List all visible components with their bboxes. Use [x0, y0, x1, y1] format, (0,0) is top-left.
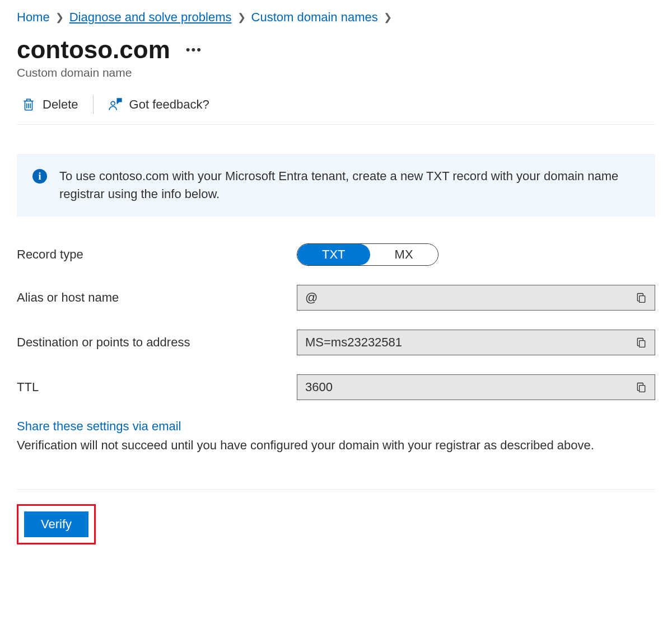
- copy-icon[interactable]: [636, 292, 647, 303]
- page-subtitle: Custom domain name: [17, 66, 655, 79]
- destination-value: MS=ms23232581: [305, 335, 402, 350]
- toolbar-separator: [93, 95, 94, 114]
- trash-icon: [21, 97, 36, 112]
- copy-icon[interactable]: [636, 337, 647, 348]
- chevron-right-icon: ❯: [55, 11, 64, 24]
- verify-highlight: Verify: [17, 504, 96, 544]
- alias-label: Alias or host name: [17, 290, 297, 305]
- breadcrumb-diagnose[interactable]: Diagnose and solve problems: [69, 10, 232, 25]
- record-type-mx[interactable]: MX: [370, 244, 438, 265]
- breadcrumb-home[interactable]: Home: [17, 10, 50, 25]
- destination-label: Destination or points to address: [17, 335, 297, 350]
- footer: Verify: [17, 489, 655, 544]
- svg-rect-4: [640, 385, 645, 392]
- delete-label: Delete: [43, 97, 78, 112]
- record-type-row: Record type TXT MX: [17, 243, 655, 266]
- destination-field: MS=ms23232581: [297, 330, 655, 355]
- toolbar: Delete Got feedback?: [17, 95, 655, 125]
- delete-button[interactable]: Delete: [17, 95, 83, 114]
- page-title: contoso.com: [17, 36, 170, 64]
- info-icon: i: [32, 169, 47, 184]
- svg-rect-3: [640, 340, 645, 347]
- alias-row: Alias or host name @: [17, 285, 655, 311]
- verify-note: Verification will not succeed until you …: [17, 437, 655, 454]
- ttl-label: TTL: [17, 380, 297, 394]
- info-text: To use contoso.com with your Microsoft E…: [59, 167, 640, 203]
- breadcrumb: Home ❯ Diagnose and solve problems ❯ Cus…: [17, 10, 655, 25]
- more-icon[interactable]: •••: [186, 43, 202, 57]
- record-type-toggle[interactable]: TXT MX: [297, 243, 438, 266]
- feedback-button[interactable]: Got feedback?: [104, 95, 214, 114]
- ttl-row: TTL 3600: [17, 374, 655, 400]
- verify-button[interactable]: Verify: [24, 511, 88, 537]
- info-banner: i To use contoso.com with your Microsoft…: [17, 154, 655, 217]
- ttl-value: 3600: [305, 380, 333, 394]
- breadcrumb-custom-domains[interactable]: Custom domain names: [251, 10, 378, 25]
- alias-value: @: [305, 290, 318, 305]
- alias-field: @: [297, 285, 655, 311]
- feedback-label: Got feedback?: [129, 97, 209, 112]
- svg-rect-2: [640, 295, 645, 302]
- destination-row: Destination or points to address MS=ms23…: [17, 330, 655, 355]
- person-feedback-icon: [108, 97, 123, 112]
- chevron-right-icon: ❯: [237, 11, 246, 24]
- record-type-txt[interactable]: TXT: [297, 244, 370, 265]
- record-type-label: Record type: [17, 247, 297, 262]
- share-settings-link[interactable]: Share these settings via email: [17, 419, 655, 434]
- copy-icon[interactable]: [636, 382, 647, 393]
- ttl-field: 3600: [297, 374, 655, 400]
- svg-point-1: [111, 101, 115, 105]
- title-row: contoso.com •••: [17, 36, 655, 64]
- chevron-right-icon: ❯: [384, 11, 392, 24]
